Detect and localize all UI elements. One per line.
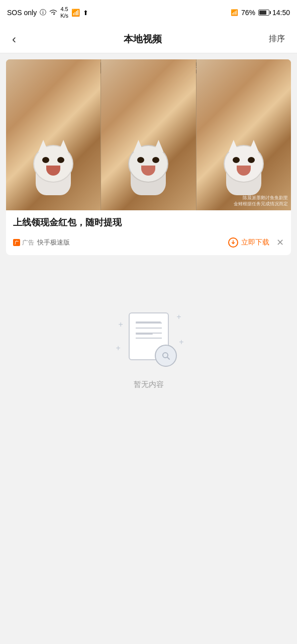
ad-title: 上线领现金红包，随时提现	[6, 210, 291, 233]
page-title: 本地视频	[20, 33, 265, 46]
download-label: 立即下载	[241, 238, 269, 247]
sort-button[interactable]: 排序	[265, 32, 289, 46]
sim2-icon: 📶	[231, 9, 238, 16]
empty-state: + + + + 暂无内容	[0, 267, 297, 410]
deco-plus-bl: +	[116, 344, 121, 353]
ad-tag-label: 广告	[22, 238, 34, 247]
speed-label: 4.5 K/s	[60, 6, 68, 19]
ad-source: 快手极速版	[37, 238, 228, 247]
content-area: 应用名称：快手极速版 | 应用版本：11.8.30.6512 | 开发者：北京快…	[0, 53, 297, 267]
status-right: 📶 76% 14:50	[231, 9, 290, 17]
sim-icon: 📶	[71, 9, 80, 17]
thumbnail-panel-2	[101, 59, 195, 210]
alert-icon: ⓘ	[40, 8, 46, 17]
ad-footer: 广 广告 快手极速版 立即下载 ✕	[6, 233, 291, 255]
ad-watermark: 陈晨派墨鹅讨鱼鱼剧里 金鲤根据任务完成情况而定	[234, 195, 288, 207]
ad-thumbnail[interactable]: 应用名称：快手极速版 | 应用版本：11.8.30.6512 | 开发者：北京快…	[6, 59, 291, 210]
empty-text: 暂无内容	[134, 380, 164, 389]
nav-bar: ‹ 本地视频 排序	[0, 25, 297, 53]
empty-icon: + + + +	[114, 307, 184, 368]
battery-pct: 76%	[241, 9, 255, 17]
wifi-icon	[49, 9, 57, 17]
empty-search-circle	[155, 345, 177, 367]
deco-plus-tr: +	[176, 312, 181, 321]
thumbnail-panel-1	[6, 59, 101, 210]
thumbnail-panel-3: 陈晨派墨鹅讨鱼鱼剧里 金鲤根据任务完成情况而定	[196, 59, 291, 210]
sos-label: SOS only	[7, 9, 37, 17]
deco-plus-tl: +	[119, 320, 123, 329]
clock: 14:50	[272, 9, 290, 17]
ad-tag-icon: 广	[13, 239, 20, 246]
status-left: SOS only ⓘ 4.5 K/s 📶 ⬆	[7, 6, 88, 19]
battery-icon	[258, 10, 269, 16]
deco-plus-mr: +	[179, 338, 183, 347]
ad-close-button[interactable]: ✕	[276, 237, 284, 248]
download-icon	[228, 237, 238, 248]
ad-badge: 广 广告	[13, 238, 34, 247]
back-button[interactable]: ‹	[8, 30, 20, 48]
ad-card: 应用名称：快手极速版 | 应用版本：11.8.30.6512 | 开发者：北京快…	[6, 59, 291, 255]
svg-line-1	[167, 357, 169, 359]
status-bar: SOS only ⓘ 4.5 K/s 📶 ⬆ 📶 76% 14:50	[0, 0, 297, 25]
upload-icon: ⬆	[83, 9, 88, 17]
ad-download-button[interactable]: 立即下载	[228, 237, 269, 248]
